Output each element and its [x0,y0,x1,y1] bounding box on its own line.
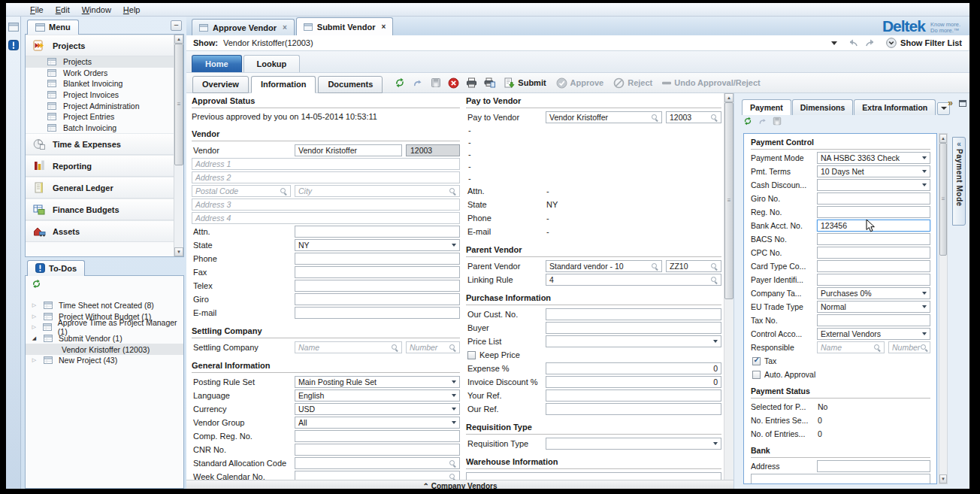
invoice-discount-input[interactable]: 0 [546,376,721,388]
menu-group-finance-budgets[interactable]: Finance Budgets [26,199,174,220]
pmt-terms-dropdown[interactable]: 10 Days Net [817,165,930,177]
payment-mode-dropdown[interactable]: NA HSBC 3363 Check [817,152,930,164]
city-input[interactable]: City [295,185,460,197]
panel-scrollbar[interactable]: ▲ ▼ [939,133,948,484]
giro-no-input[interactable] [817,192,930,205]
search-icon[interactable] [449,344,456,351]
tax-no-input[interactable] [817,314,930,326]
linking-rule-input[interactable]: 4 [546,274,721,286]
scroll-up-icon[interactable]: ▲ [174,35,183,44]
menubar-item-help[interactable]: Help [117,5,147,15]
pay-to-vendor-number-input[interactable]: 12003 [666,111,721,123]
scroll-down-icon[interactable]: ▼ [174,247,183,256]
buyer-input[interactable] [546,322,721,334]
menu-item-project-administration[interactable]: Project Administration [26,100,174,111]
scroll-up-icon[interactable]: ▲ [939,134,947,143]
search-icon[interactable] [710,114,718,121]
todo-item-new-project-43[interactable]: ▷New Project (43) [26,355,183,366]
scroll-thumb[interactable] [724,102,733,299]
close-icon[interactable]: × [381,23,386,31]
tax-checkbox[interactable] [752,357,761,365]
search-icon[interactable] [280,187,287,195]
responsible-name-input[interactable]: Name [817,341,885,353]
cash-discoun-dropdown[interactable] [817,179,930,191]
giro-input[interactable] [295,293,460,305]
save-icon[interactable] [773,117,782,126]
undo-approval-reject-button[interactable]: Undo Approval/Reject [658,78,764,87]
language-dropdown[interactable]: English [295,389,460,402]
collapsed-icon[interactable]: ▷ [31,357,38,363]
menu-item-project-invoices[interactable]: Project Invoices [26,89,174,101]
search-icon[interactable] [651,114,658,121]
standard-allocation-code-input[interactable] [295,457,460,469]
telex-input[interactable] [295,280,460,292]
scroll-down-icon[interactable]: ▼ [939,474,947,483]
close-icon[interactable]: × [283,23,287,32]
search-icon[interactable] [391,344,398,351]
show-filter-list-button[interactable]: Show Filter List [886,38,962,48]
tab-home[interactable]: Home [192,55,242,72]
menu-item-work-orders[interactable]: Work Orders [26,68,174,79]
state-dropdown[interactable]: NY [295,239,460,251]
menubar-item-file[interactable]: File [24,5,50,15]
menu-group-general-ledger[interactable]: General Ledger [26,177,174,199]
menubar-item-edit[interactable]: Edit [50,5,76,15]
delete-icon[interactable] [446,75,461,91]
submit-button[interactable]: Submit [500,77,549,89]
save-icon[interactable] [428,75,443,91]
todos-strip-icon[interactable] [7,38,20,51]
address-input[interactable] [817,460,930,472]
cnr-no-input[interactable] [295,444,460,456]
tab-overview[interactable]: Overview [192,76,249,93]
todo-item-time-sheet-not-created-8[interactable]: ▷Time Sheet not Created (8) [26,300,183,311]
responsible-number-input[interactable]: Number [888,341,930,353]
menu-item-blanket-invoicing[interactable]: Blanket Invoicing [26,78,174,89]
our-cust-no-input[interactable] [546,308,721,320]
price-list-dropdown[interactable] [546,335,721,347]
todos-tab[interactable]: To-Dos [27,260,85,276]
scroll-track[interactable] [724,299,733,480]
print-preview-icon[interactable] [482,75,498,91]
maximize-panel-icon[interactable] [959,100,966,107]
postal-code-input[interactable]: Postal Code [192,185,291,197]
collapse-sidebar-button[interactable]: − [171,20,182,31]
search-icon[interactable] [651,262,658,270]
expand-panel-icon[interactable]: » [948,98,953,108]
tab-dimensions[interactable]: Dimensions [792,99,854,115]
collapsed-icon[interactable]: ▷ [31,302,38,308]
tab-lookup[interactable]: Lookup [243,55,301,72]
refresh-icon[interactable] [743,117,752,126]
collapsed-icon[interactable]: ▷ [31,324,38,330]
expanded-icon[interactable]: ◢ [31,335,38,341]
search-icon[interactable] [710,276,718,283]
approve-button[interactable]: Approve [552,77,608,89]
address-3-input[interactable]: Address 3 [192,199,460,211]
scroll-up-icon[interactable]: ▲ [724,93,733,102]
tab-documents[interactable]: Documents [318,76,383,93]
control-acco-dropdown[interactable]: External Vendors [817,328,930,340]
scroll-thumb[interactable] [939,143,947,256]
eu-trade-type-dropdown[interactable]: Normal [817,301,930,313]
reject-button[interactable]: Reject [609,77,656,89]
posting-rule-set-dropdown[interactable]: Main Posting Rule Set [295,376,460,388]
pay-to-vendor-name-input[interactable]: Vendor Kristoffer [546,111,662,123]
back-icon[interactable] [848,39,859,47]
address-4-input[interactable]: Address 4 [192,212,460,224]
search-icon[interactable] [710,262,718,270]
todo-item-approve-time-as-project-manager-1[interactable]: ▷Approve Time as Project Manager (1) [26,322,183,333]
todo-child-vendor-kristoffer-12003[interactable]: Vendor Kristoffer (12003) [26,344,183,355]
payment-mode-collapsed-tab[interactable]: « Payment Mode [952,137,966,226]
search-icon[interactable] [449,187,456,195]
fax-input[interactable] [295,266,460,278]
auto-approval-checkbox[interactable] [752,371,761,379]
our-ref-input[interactable] [546,403,721,415]
company-vendors-bar[interactable]: ⌃ Company Vendors [186,480,733,489]
bacs-no-input[interactable] [817,233,930,245]
card-type-co-input[interactable] [817,260,930,272]
undo-icon[interactable] [758,117,767,126]
tab-approve-vendor[interactable]: Approve Vendor × [192,19,295,35]
address-1-input[interactable]: Address 1 [192,158,460,170]
phone-input[interactable] [295,253,460,265]
menubar-item-window[interactable]: Window [76,5,117,15]
keep-price-checkbox[interactable] [467,351,476,359]
